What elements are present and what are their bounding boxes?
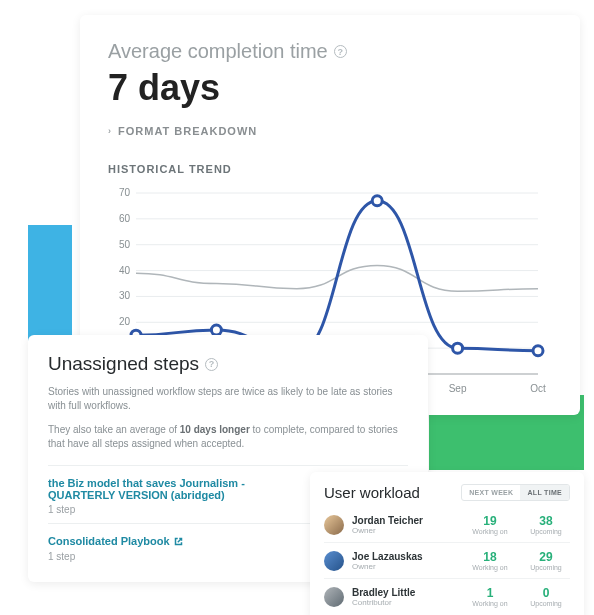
svg-text:50: 50 bbox=[119, 239, 131, 250]
unassigned-desc-1: Stories with unassigned workflow steps a… bbox=[48, 385, 408, 413]
avatar bbox=[324, 587, 344, 607]
story-link[interactable]: the Biz model that saves Journalism - QU… bbox=[48, 477, 328, 501]
tab-next-week[interactable]: NEXT WEEK bbox=[462, 485, 520, 500]
help-icon[interactable]: ? bbox=[205, 358, 218, 371]
story-meta: 1 step bbox=[48, 504, 328, 515]
stat-working: 18 Working on bbox=[466, 550, 514, 571]
stat-working: 19 Working on bbox=[466, 514, 514, 535]
story-meta: 1 step bbox=[48, 551, 183, 562]
story-link[interactable]: Consolidated Playbook bbox=[48, 535, 183, 547]
completion-title: Average completion time ? bbox=[108, 40, 552, 63]
workload-row[interactable]: Bradley Little Contributor 1 Working on … bbox=[324, 578, 570, 614]
user-role: Owner bbox=[352, 526, 458, 535]
workload-row[interactable]: Jordan Teicher Owner 19 Working on 38 Up… bbox=[324, 507, 570, 542]
external-link-icon bbox=[174, 537, 183, 546]
workload-row[interactable]: Joe Lazauskas Owner 18 Working on 29 Upc… bbox=[324, 542, 570, 578]
time-range-toggle: NEXT WEEK ALL TIME bbox=[461, 484, 570, 501]
svg-point-26 bbox=[533, 346, 543, 356]
svg-point-22 bbox=[211, 325, 221, 335]
svg-text:60: 60 bbox=[119, 213, 131, 224]
user-name: Joe Lazauskas bbox=[352, 551, 458, 562]
unassigned-desc-2: They also take an average of 10 days lon… bbox=[48, 423, 408, 451]
avatar bbox=[324, 515, 344, 535]
historical-trend-label: HISTORICAL TREND bbox=[108, 163, 552, 175]
svg-text:Oct: Oct bbox=[530, 383, 546, 394]
tab-all-time[interactable]: ALL TIME bbox=[520, 485, 569, 500]
svg-text:40: 40 bbox=[119, 265, 131, 276]
svg-text:70: 70 bbox=[119, 187, 131, 198]
stat-upcoming: 38 Upcoming bbox=[522, 514, 570, 535]
chevron-right-icon: › bbox=[108, 126, 112, 136]
stat-upcoming: 29 Upcoming bbox=[522, 550, 570, 571]
stat-upcoming: 0 Upcoming bbox=[522, 586, 570, 607]
svg-text:Sep: Sep bbox=[449, 383, 467, 394]
svg-text:20: 20 bbox=[119, 316, 131, 327]
avatar bbox=[324, 551, 344, 571]
format-breakdown-toggle[interactable]: › FORMAT BREAKDOWN bbox=[108, 125, 552, 137]
unassigned-title: Unassigned steps ? bbox=[48, 353, 408, 375]
user-role: Owner bbox=[352, 562, 458, 571]
workload-card: User workload NEXT WEEK ALL TIME Jordan … bbox=[310, 472, 584, 615]
svg-point-24 bbox=[372, 196, 382, 206]
svg-point-25 bbox=[453, 343, 463, 353]
help-icon[interactable]: ? bbox=[334, 45, 347, 58]
user-name: Bradley Little bbox=[352, 587, 458, 598]
stat-working: 1 Working on bbox=[466, 586, 514, 607]
svg-text:30: 30 bbox=[119, 290, 131, 301]
user-name: Jordan Teicher bbox=[352, 515, 458, 526]
user-role: Contributor bbox=[352, 598, 458, 607]
completion-value: 7 days bbox=[108, 67, 552, 109]
workload-title: User workload bbox=[324, 484, 420, 501]
